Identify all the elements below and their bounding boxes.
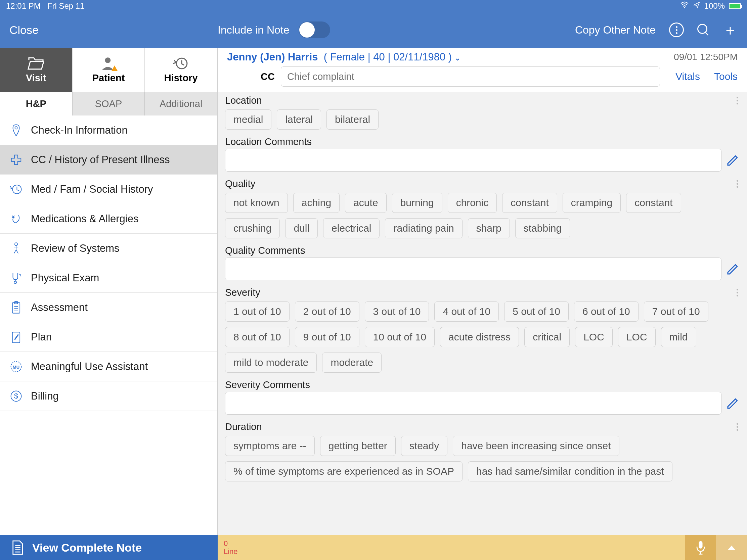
chip[interactable]: 10 out of 10 — [365, 327, 435, 347]
expand-up-button[interactable] — [716, 535, 747, 560]
chip[interactable]: stabbing — [515, 218, 570, 238]
comments-title: Severity Comments — [218, 377, 747, 392]
edit-icon[interactable] — [726, 397, 740, 410]
chip[interactable]: 7 out of 10 — [644, 301, 709, 322]
add-icon[interactable]: ＋ — [723, 23, 738, 37]
tab-visit-label: Visit — [26, 73, 46, 84]
chip[interactable]: medial — [225, 109, 272, 130]
chip[interactable]: lateral — [277, 109, 321, 130]
section-menu-icon[interactable] — [737, 423, 740, 431]
chip[interactable]: constant — [626, 193, 681, 213]
vitals-link[interactable]: Vitals — [675, 71, 700, 82]
nav-item-label: Med / Fam / Social History — [31, 183, 153, 195]
chip[interactable]: 3 out of 10 — [365, 301, 429, 322]
nav-item-label: Assessment — [31, 301, 88, 314]
chip[interactable]: not known — [225, 193, 288, 213]
chip[interactable]: 9 out of 10 — [295, 327, 359, 347]
sidebar-item[interactable]: Check-In Information — [0, 115, 217, 145]
chip[interactable]: 6 out of 10 — [574, 301, 639, 322]
chip[interactable]: electrical — [323, 218, 380, 238]
chip[interactable]: chronic — [448, 193, 497, 213]
chip[interactable]: 8 out of 10 — [225, 327, 289, 347]
chip[interactable]: mild — [661, 327, 696, 347]
comment-input[interactable] — [225, 258, 721, 280]
sidebar-item[interactable]: Med / Fam / Social History — [0, 175, 217, 204]
sidebar-item[interactable]: Assessment — [0, 293, 217, 322]
tab-history[interactable]: History — [145, 48, 217, 92]
tools-link[interactable]: Tools — [714, 71, 738, 82]
chip[interactable]: constant — [502, 193, 557, 213]
chip[interactable]: getting better — [320, 436, 396, 456]
section-menu-icon[interactable] — [737, 180, 740, 188]
microphone-button[interactable] — [685, 535, 716, 560]
comment-input[interactable] — [225, 392, 721, 415]
chip[interactable]: burning — [392, 193, 442, 213]
chip[interactable]: 5 out of 10 — [504, 301, 569, 322]
chip[interactable]: % of time symptoms are experienced as in… — [225, 461, 463, 481]
battery-icon — [729, 3, 741, 9]
subtab-additional[interactable]: Additional — [145, 92, 217, 115]
chip[interactable]: aching — [293, 193, 340, 213]
nav-item-label: Plan — [31, 331, 52, 343]
sidebar-item[interactable]: Plan — [0, 322, 217, 352]
comment-input[interactable] — [225, 149, 721, 171]
chip[interactable]: dull — [285, 218, 318, 238]
chip[interactable]: steady — [401, 436, 447, 456]
chip[interactable]: acute — [345, 193, 386, 213]
chip[interactable]: acute distress — [440, 327, 519, 347]
sidebar-item[interactable]: $Billing — [0, 381, 217, 411]
chip[interactable]: critical — [524, 327, 570, 347]
chip[interactable]: bilateral — [327, 109, 379, 130]
view-complete-note-button[interactable]: View Complete Note — [0, 535, 218, 560]
sections-area[interactable]: LocationmediallateralbilateralLocation C… — [218, 92, 747, 535]
svg-point-1 — [105, 57, 111, 63]
edit-icon[interactable] — [726, 262, 740, 276]
chip[interactable]: 4 out of 10 — [434, 301, 499, 322]
nav-item-icon: $ — [9, 390, 23, 403]
svg-text:$: $ — [14, 392, 18, 400]
status-time: 12:01 PM — [6, 1, 41, 11]
include-in-note-toggle[interactable] — [299, 22, 330, 38]
sidebar-item[interactable]: CC / History of Present Illness — [0, 145, 217, 175]
section-menu-icon[interactable] — [737, 289, 740, 296]
document-icon — [11, 540, 24, 555]
subtab-soap[interactable]: SOAP — [73, 92, 145, 115]
visit-timestamp: 09/01 12:50PM — [674, 52, 738, 62]
chip[interactable]: mild to moderate — [225, 352, 317, 373]
chief-complaint-input[interactable] — [281, 66, 660, 87]
copy-other-note-button[interactable]: Copy Other Note — [575, 24, 655, 36]
section-title: Quality — [225, 178, 255, 189]
chip[interactable]: has had same/similar condition in the pa… — [468, 461, 672, 481]
more-options-icon[interactable] — [669, 23, 684, 37]
chip[interactable]: LOC — [618, 327, 655, 347]
edit-icon[interactable] — [726, 154, 740, 167]
search-icon[interactable] — [697, 24, 710, 36]
sidebar-item[interactable]: Review of Systems — [0, 234, 217, 263]
chip[interactable]: 1 out of 10 — [225, 301, 289, 322]
chip[interactable]: crushing — [225, 218, 280, 238]
nav-item-icon: MU — [9, 360, 23, 373]
tab-patient[interactable]: Patient — [73, 48, 145, 92]
chip[interactable]: LOC — [575, 327, 613, 347]
patient-name[interactable]: Jenny (Jen) Harris ( Female | 40 | 02/11… — [227, 51, 461, 63]
chevron-down-icon[interactable]: ⌄ — [455, 54, 461, 62]
section-menu-icon[interactable] — [737, 97, 740, 104]
chip[interactable]: 2 out of 10 — [295, 301, 359, 322]
chip[interactable]: symptoms are -- — [225, 436, 315, 456]
sidebar-item[interactable]: Medications & Allergies — [0, 204, 217, 234]
section-title: Location — [225, 95, 262, 106]
sidebar-item[interactable]: Physical Exam — [0, 263, 217, 293]
nav-item-icon — [9, 212, 23, 225]
chip[interactable]: have been increasing since onset — [453, 436, 619, 456]
nav-item-label: Meaningful Use Assistant — [31, 361, 148, 373]
chip[interactable]: sharp — [468, 218, 510, 238]
chip[interactable]: cramping — [563, 193, 621, 213]
tab-visit[interactable]: Visit — [0, 48, 73, 92]
sidebar-item[interactable]: MUMeaningful Use Assistant — [0, 352, 217, 381]
close-button[interactable]: Close — [9, 24, 218, 36]
chip[interactable]: moderate — [322, 352, 382, 373]
nav-item-icon — [9, 271, 23, 285]
location-arrow-icon — [693, 1, 700, 11]
chip[interactable]: radiating pain — [385, 218, 462, 238]
subtab-hp[interactable]: H&P — [0, 92, 73, 115]
